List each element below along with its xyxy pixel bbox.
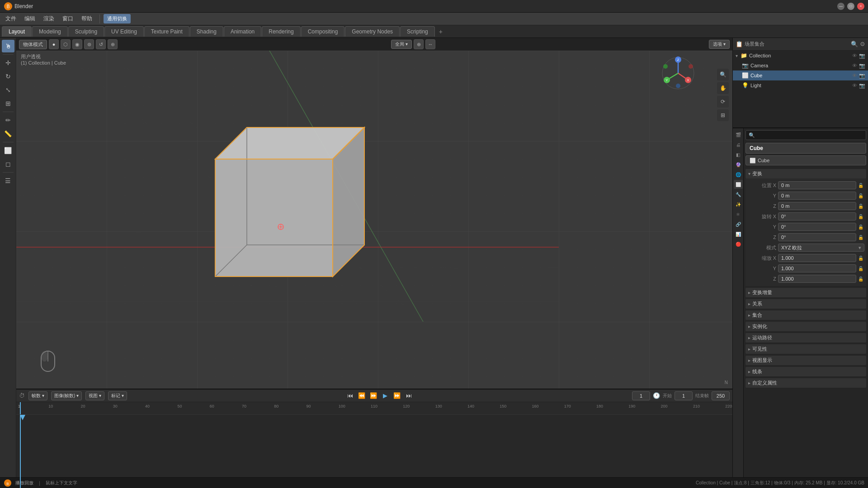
close-button[interactable]: ×: [857, 3, 864, 10]
prop-scene-icon[interactable]: 🔮: [734, 160, 743, 169]
tool-annotate[interactable]: ✏: [2, 114, 14, 127]
outliner-settings-icon[interactable]: ⚙: [860, 41, 865, 47]
current-frame-input[interactable]: [632, 391, 650, 400]
add-workspace-button[interactable]: +: [435, 26, 446, 37]
prop-data-icon[interactable]: 📊: [734, 230, 743, 239]
viewport-zoom-icon[interactable]: 🔍: [717, 69, 729, 80]
jump-end-button[interactable]: ⏭: [404, 391, 414, 401]
position-y-lock-icon[interactable]: 🔓: [858, 193, 864, 198]
instancing-section-header[interactable]: ▸ 实例化: [745, 322, 866, 331]
prop-output-icon[interactable]: 🖨: [734, 140, 743, 149]
proportional-edit-button[interactable]: ⊕: [108, 39, 118, 49]
rotation-y-lock-icon[interactable]: 🔓: [858, 225, 864, 230]
position-z-lock-icon[interactable]: 🔓: [858, 204, 864, 209]
position-x-lock-icon[interactable]: 🔓: [858, 183, 864, 188]
scale-x-lock-icon[interactable]: 🔓: [858, 256, 864, 261]
minimize-button[interactable]: —: [837, 3, 844, 10]
transform-section-header[interactable]: ▾ 变换: [745, 169, 866, 178]
prop-material-icon[interactable]: 🔴: [734, 239, 743, 249]
viewport-shading-solid[interactable]: ●: [49, 39, 59, 49]
outliner-cube-eye-icon[interactable]: 👁: [852, 73, 857, 79]
tool-add-cube[interactable]: ⬜: [2, 144, 14, 157]
scale-z-lock-icon[interactable]: 🔓: [858, 277, 864, 282]
scale-x-value[interactable]: 1.000: [778, 254, 856, 262]
rotation-y-value[interactable]: 0°: [778, 223, 856, 231]
viewport-display-section-header[interactable]: ▸ 视图显示: [745, 356, 866, 365]
tool-add-object[interactable]: ◻: [2, 158, 14, 170]
timeline-view-dropdown[interactable]: 视图 ▾: [85, 391, 104, 400]
shading-section-header[interactable]: ▸ 线条: [745, 367, 866, 376]
outliner-camera-render-icon[interactable]: 📷: [859, 63, 865, 69]
rotation-x-lock-icon[interactable]: 🔓: [858, 214, 864, 219]
tool-transform[interactable]: ⊞: [2, 97, 14, 110]
outliner-item-cube[interactable]: ⬜ Cube 👁 📷: [733, 70, 868, 80]
prop-view-layer-icon[interactable]: ◧: [734, 150, 743, 159]
tool-extra[interactable]: ☰: [2, 174, 14, 187]
tab-compositing[interactable]: Compositing: [301, 26, 345, 37]
menu-item-render[interactable]: 渲染: [40, 14, 58, 24]
data-name-field[interactable]: ⬜ Cube: [745, 155, 866, 165]
tool-measure[interactable]: 📏: [2, 127, 14, 140]
tab-scripting[interactable]: Scripting: [400, 26, 435, 37]
start-frame-input[interactable]: [675, 391, 693, 400]
prop-world-icon[interactable]: 🌐: [734, 170, 743, 179]
props-search-container[interactable]: 🔍: [745, 130, 866, 140]
keyframe-prev-button[interactable]: ⏮: [345, 391, 355, 401]
mirror-button[interactable]: ↔: [425, 39, 435, 49]
options-button[interactable]: 选项 ▾: [709, 40, 730, 49]
transform-global[interactable]: 全局 ▾: [391, 40, 412, 49]
play-forward-button[interactable]: ⏩: [392, 391, 402, 401]
outliner-render-icon[interactable]: 📷: [859, 53, 865, 59]
snap-button[interactable]: ⊕: [414, 39, 424, 49]
rotation-z-value[interactable]: 0°: [778, 233, 856, 241]
timeline-editor-icon[interactable]: ⏱: [19, 392, 25, 399]
outliner-camera-eye-icon[interactable]: 👁: [852, 63, 857, 69]
prop-physics-icon[interactable]: ⚛: [734, 210, 743, 219]
tab-geometry-nodes[interactable]: Geometry Nodes: [345, 26, 400, 37]
outliner-cube-render-icon[interactable]: 📷: [859, 73, 865, 79]
tab-texture-paint[interactable]: Texture Paint: [144, 26, 189, 37]
rotation-mode-dropdown[interactable]: XYZ 欧拉 ▾: [778, 244, 864, 252]
play-button[interactable]: ▶: [380, 391, 390, 401]
viewport-rotate-icon[interactable]: ⟳: [717, 96, 729, 108]
scale-z-value[interactable]: 1.000: [778, 275, 856, 283]
tool-cursor[interactable]: 🖱: [2, 40, 14, 52]
tab-rendering[interactable]: Rendering: [262, 26, 300, 37]
tool-rotate[interactable]: ↻: [2, 70, 14, 83]
menu-item-help[interactable]: 帮助: [78, 14, 96, 24]
rotation-x-value[interactable]: 0°: [778, 212, 856, 221]
motion-paths-section-header[interactable]: ▸ 运动路径: [745, 333, 866, 343]
outliner-item-camera[interactable]: 📷 Camera 👁 📷: [733, 61, 868, 70]
viewport-grid-icon[interactable]: ⊞: [717, 109, 729, 121]
scale-y-lock-icon[interactable]: 🔓: [858, 266, 864, 271]
viewport-mode-dropdown[interactable]: 物体模式: [19, 40, 47, 49]
position-x-value[interactable]: 0 m: [778, 181, 856, 189]
tool-scale[interactable]: ⤡: [2, 84, 14, 96]
tab-shading[interactable]: Shading: [190, 26, 223, 37]
collections-section-header[interactable]: ▸ 集合: [745, 310, 866, 320]
timeline-image-dropdown[interactable]: 图像(帧数) ▾: [51, 391, 82, 400]
menu-item-window[interactable]: 窗口: [59, 14, 77, 24]
viewport-gizmo[interactable]: Z X Y: [660, 55, 696, 91]
relations-section-header[interactable]: ▸ 关系: [745, 299, 866, 309]
outliner-item-light[interactable]: 💡 Light 👁 📷: [733, 80, 868, 90]
play-back-button[interactable]: ⏩: [368, 391, 378, 401]
rotation-z-lock-icon[interactable]: 🔓: [858, 235, 864, 240]
custom-props-section-header[interactable]: ▸ 自定义属性: [745, 378, 866, 388]
jump-start-button[interactable]: ⏪: [357, 391, 367, 401]
maximize-button[interactable]: □: [847, 3, 854, 10]
tab-layout[interactable]: Layout: [2, 26, 32, 37]
tab-animation[interactable]: Animation: [224, 26, 261, 37]
prop-object-icon[interactable]: ⬜: [734, 180, 743, 189]
timeline-frames-dropdown[interactable]: 帧数 ▾: [28, 391, 47, 400]
prop-modifier-icon[interactable]: 🔧: [734, 190, 743, 199]
position-y-value[interactable]: 0 m: [778, 192, 856, 200]
outliner-item-collection[interactable]: ▾ 📁 Collection 👁 📷: [733, 51, 868, 61]
outliner-light-render-icon[interactable]: 📷: [859, 83, 865, 89]
position-z-value[interactable]: 0 m: [778, 202, 856, 210]
tool-move[interactable]: ✛: [2, 56, 14, 69]
timeline-marker-dropdown[interactable]: 标记 ▾: [108, 391, 127, 400]
outliner-filter-icon[interactable]: 🔍: [851, 41, 858, 47]
viewport-canvas[interactable]: Z X Y: [16, 51, 732, 389]
outliner-eye-icon[interactable]: 👁: [852, 53, 857, 59]
